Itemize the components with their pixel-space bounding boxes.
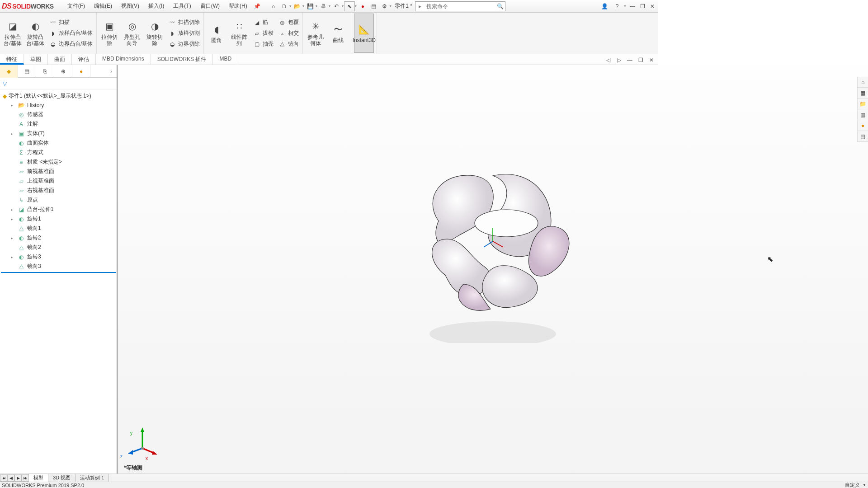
doc-next-icon[interactable]: ▷ — [615, 55, 623, 65]
ribbon-tabs: 特征 草图 曲面 评估 MBD Dimensions SOLIDWORKS 插件… — [0, 54, 658, 65]
extrude-cut-button[interactable]: ▣拉伸切除 — [99, 14, 119, 53]
doc-close-icon[interactable]: ✕ — [647, 55, 656, 65]
menu-bar: DS SOLIDWORKS 文件(F) 编辑(E) 视图(V) 插入(I) 工具… — [0, 0, 658, 13]
menu-tools[interactable]: 工具(T) — [169, 0, 195, 12]
sweep-button[interactable]: 〰扫描 — [48, 18, 94, 27]
menu-help[interactable]: 帮助(H) — [224, 0, 252, 12]
tree-node[interactable]: ▸◐旋转2 — [1, 233, 116, 243]
loft-cut-button[interactable]: ◗放样切割 — [167, 29, 201, 38]
print-icon[interactable]: 🖶 — [318, 1, 329, 11]
close-icon[interactable]: ✕ — [648, 1, 656, 11]
revolve-boss-button[interactable]: ◐旋转凸台/基体 — [25, 14, 45, 53]
tree-node[interactable]: ↳原点 — [1, 195, 116, 205]
tree-node[interactable]: ▸◪凸台-拉伸1 — [1, 205, 116, 214]
tab-surfaces[interactable]: 曲面 — [48, 54, 72, 65]
wrap-button[interactable]: ◍包覆 — [277, 18, 300, 27]
tree-node[interactable]: ▸▣实体(7) — [1, 129, 116, 138]
tab-mbd[interactable]: MBD — [213, 54, 238, 65]
tree-node[interactable]: ▸📂History — [1, 101, 116, 110]
tree-node[interactable]: ⧋镜向2 — [1, 243, 116, 252]
feature-tree-tab[interactable]: ◆ — [0, 65, 18, 78]
new-icon[interactable]: 🗋 — [279, 1, 290, 11]
search-input[interactable] — [425, 3, 496, 9]
tree-node[interactable]: ◐曲面实体 — [1, 138, 116, 148]
search-icon[interactable]: 🔍 — [496, 3, 505, 9]
filter-icon[interactable]: ▽ — [3, 80, 7, 87]
settings-icon[interactable]: ⚙ — [379, 1, 390, 11]
property-manager-tab[interactable]: ▤ — [18, 65, 36, 78]
tree-node[interactable]: ◎传感器 — [1, 110, 116, 119]
curves-button[interactable]: 〜曲线 — [328, 14, 348, 53]
tree-node[interactable]: A注解 — [1, 119, 116, 129]
tree-node[interactable]: Σ方程式 — [1, 148, 116, 157]
pin-icon[interactable]: 📌 — [252, 1, 263, 11]
tree-node[interactable]: ▱前视基准面 — [1, 167, 116, 176]
hole-wizard-button[interactable]: ◎异型孔向导 — [122, 14, 142, 53]
tree-node[interactable]: ⧋镜向3 — [1, 262, 116, 271]
boundary-cut-button[interactable]: ◒边界切除 — [167, 40, 201, 49]
svg-point-0 — [475, 210, 538, 237]
document-name: 零件1 * — [392, 2, 415, 10]
save-icon[interactable]: 💾 — [305, 1, 316, 11]
tree-node[interactable]: ▸◐旋转3 — [1, 252, 116, 262]
configuration-tab[interactable]: ⎘ — [36, 65, 54, 78]
tree-node[interactable]: ≡材质 <未指定> — [1, 157, 116, 167]
doc-minimize-icon[interactable]: — — [626, 55, 634, 65]
tab-mbd-dimensions[interactable]: MBD Dimensions — [96, 54, 151, 65]
shell-button[interactable]: ▢抽壳 — [252, 40, 274, 49]
user-icon[interactable]: 👤 — [599, 1, 610, 11]
fillet-button[interactable]: ◖圆角 — [207, 14, 226, 53]
restore-icon[interactable]: ❐ — [638, 1, 646, 11]
tree-node[interactable]: ▱右视基准面 — [1, 186, 116, 195]
app-logo: DS SOLIDWORKS — [2, 2, 54, 10]
tree-node[interactable]: ⧋镜向1 — [1, 224, 116, 233]
menu-file[interactable]: 文件(F) — [63, 0, 90, 12]
rebuild-icon[interactable]: ● — [357, 1, 368, 11]
display-manager-tab[interactable]: ● — [72, 65, 90, 78]
model-graphic — [396, 149, 590, 343]
help-icon[interactable]: ? — [612, 1, 623, 11]
svg-point-4 — [429, 321, 556, 343]
menu-window[interactable]: 窗口(W) — [196, 0, 224, 12]
home-icon[interactable]: ⌂ — [268, 1, 279, 11]
open-icon[interactable]: 📂 — [292, 1, 303, 11]
tree-node[interactable]: ▸◐旋转1 — [1, 214, 116, 224]
feature-manager-panel: ◆ ▤ ⎘ ⊕ ● › ▽ ◆ 零件1 (默认<<默认>_显示状态 1>) ▸📂… — [0, 65, 118, 369]
tab-evaluate[interactable]: 评估 — [72, 54, 96, 65]
tree-node[interactable]: ▱上视基准面 — [1, 176, 116, 186]
extrude-boss-button[interactable]: ◪拉伸凸台/基体 — [3, 14, 23, 53]
mirror-button[interactable]: ⧋镜向 — [277, 40, 300, 49]
draft-button[interactable]: ▱拔模 — [252, 29, 274, 38]
instant3d-button[interactable]: 📐Instant3D — [354, 14, 374, 53]
doc-prev-icon[interactable]: ◁ — [604, 55, 612, 65]
search-target-icon: ▸ — [415, 3, 425, 9]
loft-button[interactable]: ◗放样凸台/基体 — [48, 29, 94, 38]
intersect-button[interactable]: ⟁相交 — [277, 29, 300, 38]
menu-insert[interactable]: 插入(I) — [144, 0, 169, 12]
tree-root[interactable]: ◆ 零件1 (默认<<默认>_显示状态 1>) — [1, 91, 116, 101]
tab-sketch[interactable]: 草图 — [24, 54, 48, 65]
doc-restore-icon[interactable]: ❐ — [637, 55, 645, 65]
select-icon[interactable]: ⬉ — [344, 1, 355, 11]
panel-expand-icon[interactable]: › — [106, 68, 117, 75]
menu-view[interactable]: 视图(V) — [117, 0, 144, 12]
search-box[interactable]: ▸ 🔍 — [415, 1, 505, 11]
tab-features[interactable]: 特征 — [0, 54, 24, 65]
undo-icon[interactable]: ↶ — [331, 1, 342, 11]
ribbon: ◪拉伸凸台/基体 ◐旋转凸台/基体 〰扫描 ◗放样凸台/基体 ◒边界凸台/基体 … — [0, 13, 658, 54]
menu-edit[interactable]: 编辑(E) — [90, 0, 117, 12]
tab-solidworks-addins[interactable]: SOLIDWORKS 插件 — [151, 54, 213, 65]
revolve-cut-button[interactable]: ◑旋转切除 — [145, 14, 165, 53]
sweep-cut-button[interactable]: 〰扫描切除 — [167, 18, 201, 27]
menu-items: 文件(F) 编辑(E) 视图(V) 插入(I) 工具(T) 窗口(W) 帮助(H… — [63, 0, 252, 12]
feature-tree: ◆ 零件1 (默认<<默认>_显示状态 1>) ▸📂History◎传感器A注解… — [0, 89, 117, 369]
linear-pattern-button[interactable]: ∷线性阵列 — [229, 14, 249, 53]
minimize-icon[interactable]: — — [628, 1, 637, 11]
boundary-button[interactable]: ◒边界凸台/基体 — [48, 40, 94, 49]
graphics-viewport[interactable]: y x z *等轴测 ⬉ — [118, 65, 658, 369]
rib-button[interactable]: ◢筋 — [252, 18, 274, 27]
options-form-icon[interactable]: ▤ — [368, 1, 379, 11]
reference-geometry-button[interactable]: ✳参考几何体 — [306, 14, 326, 53]
dimxpert-tab[interactable]: ⊕ — [54, 65, 72, 78]
